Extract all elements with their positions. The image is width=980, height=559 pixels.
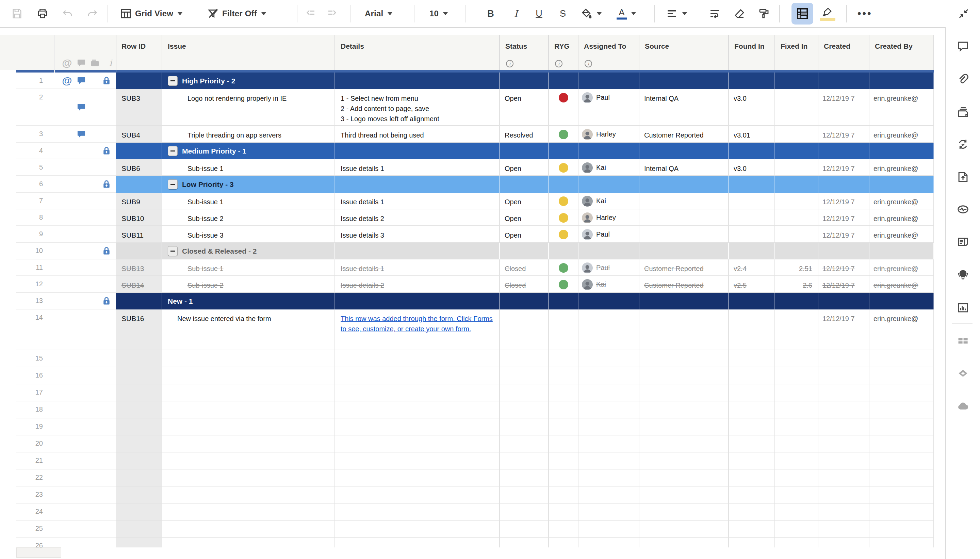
document-stack-icon[interactable] bbox=[955, 104, 970, 119]
created_by-cell[interactable] bbox=[869, 521, 934, 538]
ryg-cell[interactable] bbox=[549, 486, 579, 503]
status-cell[interactable] bbox=[500, 401, 549, 418]
issue-cell[interactable] bbox=[162, 503, 335, 521]
group-cell[interactable] bbox=[639, 73, 729, 89]
row-number[interactable]: 3 bbox=[16, 126, 54, 143]
fixed-cell[interactable] bbox=[775, 435, 818, 452]
column-header-found-in[interactable]: Found In bbox=[729, 35, 775, 70]
assigned-cell[interactable] bbox=[579, 503, 639, 521]
created_by-cell[interactable]: erin.greunke@ bbox=[869, 260, 934, 276]
row-number[interactable]: 10 bbox=[16, 243, 54, 260]
group-cell[interactable] bbox=[729, 243, 775, 260]
created_by-cell[interactable] bbox=[869, 486, 934, 503]
assigned-cell[interactable]: Paul bbox=[579, 89, 639, 126]
ryg-cell[interactable] bbox=[549, 193, 579, 209]
issue-cell[interactable]: Sub-issue 2 bbox=[162, 276, 335, 293]
group-cell[interactable] bbox=[729, 143, 775, 159]
group-cell[interactable] bbox=[869, 73, 934, 89]
row-number[interactable]: 4 bbox=[16, 143, 54, 159]
found-cell[interactable]: v3.01 bbox=[729, 126, 775, 143]
created_by-cell[interactable] bbox=[869, 452, 934, 470]
assigned-cell[interactable]: Paul bbox=[579, 260, 639, 276]
created_by-cell[interactable] bbox=[869, 470, 934, 486]
rowid-cell[interactable] bbox=[116, 418, 162, 435]
fixed-cell[interactable] bbox=[775, 418, 818, 435]
undo-button[interactable] bbox=[59, 5, 76, 22]
rowid-cell[interactable] bbox=[116, 401, 162, 418]
group-cell[interactable] bbox=[579, 293, 639, 309]
rowid-cell[interactable]: SUB13 bbox=[116, 260, 162, 276]
details-cell[interactable]: Issue details 2 bbox=[335, 276, 500, 293]
created_by-cell[interactable]: erin.greunke@ bbox=[869, 209, 934, 226]
assigned-cell[interactable] bbox=[579, 486, 639, 503]
group-cell[interactable] bbox=[869, 293, 934, 309]
row-number[interactable]: 7 bbox=[16, 193, 54, 209]
issue-cell[interactable] bbox=[162, 384, 335, 401]
created-cell[interactable] bbox=[818, 384, 869, 401]
align-button[interactable] bbox=[666, 8, 687, 20]
group-cell[interactable] bbox=[335, 243, 500, 260]
clear-format-button[interactable] bbox=[731, 5, 747, 22]
assigned-cell[interactable] bbox=[579, 401, 639, 418]
group-header-row[interactable]: New - 1 bbox=[116, 293, 934, 309]
horizontal-scrollbar-thumb[interactable] bbox=[16, 547, 61, 557]
fixed-cell[interactable]: 2.6 bbox=[775, 276, 818, 293]
source-cell[interactable]: Internal QA bbox=[639, 89, 729, 126]
fixed-cell[interactable] bbox=[775, 401, 818, 418]
source-cell[interactable] bbox=[639, 521, 729, 538]
group-cell[interactable] bbox=[869, 243, 934, 260]
fixed-cell[interactable] bbox=[775, 384, 818, 401]
collapse-group-button[interactable] bbox=[168, 146, 178, 156]
issue-cell[interactable] bbox=[162, 470, 335, 486]
assigned-cell[interactable] bbox=[579, 470, 639, 486]
found-cell[interactable] bbox=[729, 418, 775, 435]
group-header-row[interactable]: Low Priority - 3 bbox=[116, 176, 934, 193]
column-header-row-id[interactable]: Row ID bbox=[116, 35, 162, 70]
ryg-cell[interactable] bbox=[549, 350, 579, 367]
group-cell[interactable] bbox=[775, 176, 818, 193]
ryg-cell[interactable] bbox=[549, 89, 579, 126]
group-header-row[interactable]: Closed & Released - 2 bbox=[116, 243, 934, 260]
rowid-cell[interactable] bbox=[116, 367, 162, 384]
created-cell[interactable]: 12/12/19 7 bbox=[818, 159, 869, 176]
outdent-button[interactable] bbox=[302, 5, 318, 22]
status-cell[interactable] bbox=[500, 350, 549, 367]
issue-cell[interactable] bbox=[162, 435, 335, 452]
group-cell[interactable] bbox=[335, 293, 500, 309]
group-cell[interactable] bbox=[579, 143, 639, 159]
rowid-cell[interactable]: SUB3 bbox=[116, 89, 162, 126]
created_by-cell[interactable] bbox=[869, 384, 934, 401]
text-color-button[interactable]: A bbox=[617, 8, 636, 20]
created_by-cell[interactable]: erin.greunke@ bbox=[869, 309, 934, 350]
row-number[interactable]: 14 bbox=[16, 309, 54, 350]
details-cell[interactable] bbox=[335, 452, 500, 470]
sync-check-icon[interactable] bbox=[955, 137, 970, 152]
group-cell[interactable] bbox=[729, 293, 775, 309]
assigned-cell[interactable]: Harley bbox=[579, 126, 639, 143]
grid-squares-icon[interactable] bbox=[955, 333, 970, 348]
font-size-selector[interactable]: 10 bbox=[429, 9, 448, 18]
wrap-text-button[interactable] bbox=[706, 5, 723, 22]
group-cell[interactable] bbox=[639, 143, 729, 159]
details-cell[interactable] bbox=[335, 418, 500, 435]
found-cell[interactable] bbox=[729, 470, 775, 486]
group-cell[interactable] bbox=[729, 176, 775, 193]
details-cell[interactable]: This row was added through the form. Cli… bbox=[335, 309, 500, 350]
assigned-cell[interactable] bbox=[579, 309, 639, 350]
group-cell[interactable] bbox=[579, 73, 639, 89]
details-cell[interactable] bbox=[335, 486, 500, 503]
details-cell[interactable] bbox=[335, 435, 500, 452]
group-cell[interactable] bbox=[549, 176, 579, 193]
rowid-cell[interactable] bbox=[116, 452, 162, 470]
status-cell[interactable] bbox=[500, 452, 549, 470]
issue-cell[interactable]: Sub-issue 1 bbox=[162, 260, 335, 276]
source-cell[interactable]: Customer Reported bbox=[639, 276, 729, 293]
group-cell[interactable]: New - 1 bbox=[162, 293, 335, 309]
created-cell[interactable] bbox=[818, 521, 869, 538]
bar-chart-icon[interactable] bbox=[955, 300, 970, 315]
more-options-button[interactable]: ••• bbox=[858, 8, 873, 20]
assigned-cell[interactable]: Harley bbox=[579, 209, 639, 226]
ryg-cell[interactable] bbox=[549, 276, 579, 293]
status-cell[interactable]: Open bbox=[500, 193, 549, 209]
lock-icon[interactable] bbox=[101, 246, 112, 256]
